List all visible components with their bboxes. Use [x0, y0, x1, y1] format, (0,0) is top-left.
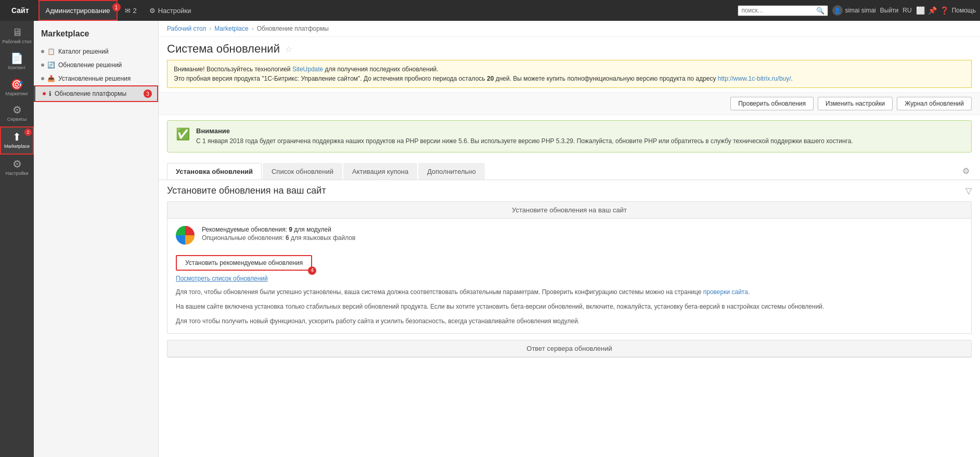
search-input[interactable] — [741, 7, 814, 14]
platform-update-dot — [43, 92, 46, 95]
breadcrumb: Рабочий стол › Marketplace › Обновление … — [159, 21, 980, 37]
user-button[interactable]: 👤 simai simai — [832, 5, 875, 16]
info-text-2: На вашем сайте включена установка только… — [176, 302, 963, 311]
platform-update-label: Обновление платформы — [55, 90, 126, 97]
desktop-icon: 🖥 — [12, 27, 22, 37]
install-btn-wrapper: Установить рекомендуемые обновления 4 — [176, 251, 312, 271]
sidebar-item-catalog[interactable]: 📋 Каталог решений — [34, 45, 158, 58]
breadcrumb-sep-1: › — [209, 25, 211, 32]
help-icon[interactable]: ❓ — [940, 6, 949, 15]
second-sidebar-title: Marketplace — [34, 25, 158, 45]
action-bar: Проверить обновления Изменить настройки … — [159, 92, 980, 115]
gear-icon: ⚙ — [149, 7, 156, 15]
optional-count: 6 — [286, 234, 289, 242]
update-optional-text: Опциональные обновления: 6 для языковых … — [202, 234, 355, 242]
view-list-link[interactable]: Посмотреть список обновлений — [176, 275, 963, 282]
inner-section-header: Установите обновления на ваш сайт — [167, 202, 971, 219]
breadcrumb-desktop[interactable]: Рабочий стол — [167, 25, 206, 32]
days-bold: 20 — [487, 75, 494, 82]
tab-coupon[interactable]: Активация купона — [343, 163, 417, 180]
top-icon-buttons: ⬜ 📌 ❓ Помощь — [916, 6, 976, 15]
admin-button[interactable]: Администрирование 1 — [38, 0, 118, 21]
admin-badge: 1 — [112, 3, 121, 11]
window-icon[interactable]: ⬜ — [916, 6, 925, 15]
sidebar-label-content: Контент — [8, 65, 25, 71]
installed-label: Установленные решения — [58, 75, 131, 82]
buy-link[interactable]: http://www.1c-bitrix.ru/buy/ — [718, 75, 791, 82]
main-layout: 🖥 Рабочий стол 📄 Контент 🎯 Маркетинг ⚙ С… — [0, 21, 980, 457]
sidebar-label-settings: Настройки — [5, 171, 28, 176]
lang-button[interactable]: RU — [902, 7, 911, 14]
collapse-icon[interactable]: ▽ — [965, 186, 972, 196]
update-log-button[interactable]: Журнал обновлений — [897, 97, 972, 110]
top-nav: Сайт Администрирование 1 ✉ 2 ⚙ Настройки… — [0, 0, 980, 21]
settings-icon: ⚙ — [12, 159, 22, 169]
help-label: Помощь — [952, 7, 976, 14]
warning-box: ✅ Внимание С 1 января 2018 года будет ог… — [167, 120, 972, 153]
site-check-link[interactable]: проверки сайта — [703, 288, 748, 296]
marketplace-icon: ⬆ — [12, 132, 21, 142]
update-logo — [176, 226, 195, 245]
tabs-bar: Установка обновлений Список обновлений А… — [159, 163, 980, 180]
update-solutions-label: Обновление решений — [58, 61, 122, 69]
breadcrumb-marketplace[interactable]: Marketplace — [214, 25, 248, 32]
marketing-icon: 🎯 — [10, 79, 23, 90]
update-logo-circle — [176, 226, 195, 245]
search-box: 🔍 — [738, 5, 828, 16]
second-sidebar: Marketplace 📋 Каталог решений 🔄 Обновлен… — [34, 21, 159, 457]
sidebar-item-content[interactable]: 📄 Контент — [0, 49, 34, 75]
message-icon: ✉ — [125, 7, 131, 15]
pin-icon[interactable]: 📌 — [928, 6, 937, 15]
marketplace-badge: 2 — [24, 129, 32, 136]
sidebar-label-marketplace: Marketplace — [4, 144, 30, 149]
inner-section: Установите обновления на ваш сайт Рекоме… — [167, 201, 972, 334]
info-text-1: Для того, чтобы обновления были успешно … — [176, 287, 963, 297]
search-icon: 🔍 — [816, 7, 824, 15]
left-sidebar: 🖥 Рабочий стол 📄 Контент 🎯 Маркетинг ⚙ С… — [0, 21, 34, 457]
install-badge: 4 — [308, 266, 316, 275]
check-updates-button[interactable]: Проверить обновления — [730, 97, 814, 110]
favorite-star-icon[interactable]: ☆ — [285, 44, 292, 54]
install-updates-button[interactable]: Установить рекомендуемые обновления — [176, 255, 312, 271]
sidebar-label-desktop: Рабочий стол — [2, 39, 32, 45]
sidebar-item-platform-update[interactable]: ℹ Обновление платформы 3 — [34, 85, 158, 102]
breadcrumb-current: Обновление платформы — [257, 25, 329, 32]
warning-text: С 1 января 2018 года будет ограничена по… — [196, 137, 853, 146]
update-solutions-icon: 🔄 — [47, 61, 55, 69]
warning-content: Внимание С 1 января 2018 года будет огра… — [196, 127, 853, 146]
change-settings-button[interactable]: Изменить настройки — [818, 97, 893, 110]
installed-icon: 📥 — [47, 75, 55, 82]
messages-button[interactable]: ✉ 2 — [120, 0, 142, 21]
recommended-count: 9 — [289, 226, 292, 233]
siteupdate-link[interactable]: SiteUpdate — [292, 66, 323, 73]
notice-line1: Внимание! Воспользуйтесь технологией Sit… — [174, 65, 965, 74]
sidebar-item-desktop[interactable]: 🖥 Рабочий стол — [0, 23, 34, 49]
settings-nav-button[interactable]: ⚙ Настройки — [144, 0, 197, 21]
sidebar-item-settings[interactable]: ⚙ Настройки — [0, 155, 34, 181]
update-text-lines: Рекомендуемые обновления: 9 для модулей … — [202, 226, 355, 242]
tab-list[interactable]: Список обновлений — [263, 163, 342, 180]
sidebar-item-installed[interactable]: 📥 Установленные решения — [34, 72, 158, 85]
tab-extra[interactable]: Дополнительно — [418, 163, 485, 180]
site-button[interactable]: Сайт — [4, 0, 36, 21]
server-response-header: Ответ сервера обновлений — [167, 340, 971, 357]
catalog-dot — [41, 50, 44, 53]
update-recommended-text: Рекомендуемые обновления: 9 для модулей — [202, 226, 355, 233]
server-response-section: Ответ сервера обновлений — [167, 340, 972, 358]
update-info: Рекомендуемые обновления: 9 для модулей … — [176, 226, 963, 245]
platform-update-badge: 3 — [144, 90, 152, 98]
breadcrumb-sep-2: › — [252, 25, 254, 32]
sidebar-item-update-solutions[interactable]: 🔄 Обновление решений — [34, 58, 158, 72]
sidebar-item-marketing[interactable]: 🎯 Маркетинг — [0, 75, 34, 101]
platform-update-icon: ℹ — [49, 90, 51, 97]
catalog-label: Каталог решений — [58, 48, 109, 55]
info-text-3: Для того чтобы получить новый функционал… — [176, 316, 963, 326]
sidebar-item-services[interactable]: ⚙ Сервисы — [0, 100, 34, 126]
tab-install[interactable]: Установка обновлений — [167, 163, 262, 180]
content-icon: 📄 — [10, 53, 23, 64]
sidebar-item-marketplace[interactable]: ⬆ Marketplace 2 — [0, 126, 34, 155]
notice-banner: Внимание! Воспользуйтесь технологией Sit… — [167, 60, 972, 88]
tab-settings-icon[interactable]: ⚙ — [960, 164, 972, 178]
page-header: Система обновлений ☆ — [159, 37, 980, 60]
logout-button[interactable]: Выйти — [880, 7, 899, 14]
